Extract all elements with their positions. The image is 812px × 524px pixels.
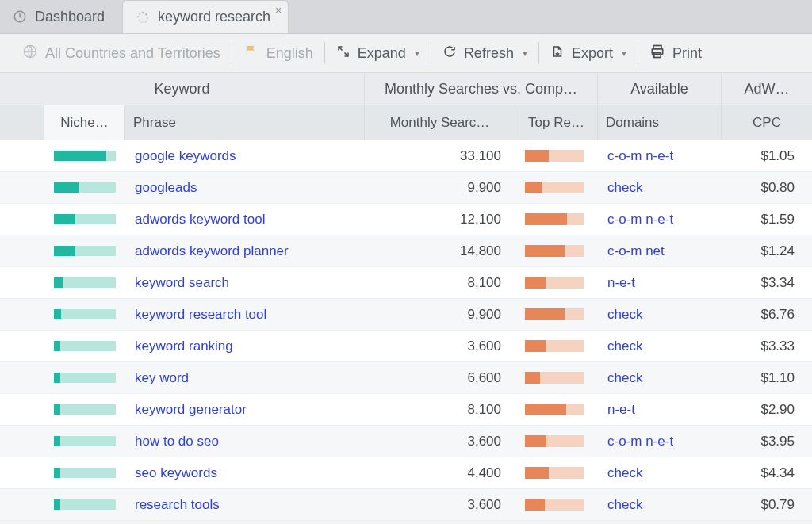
phrase-link[interactable]: seo keywords: [125, 457, 365, 488]
col-cpc[interactable]: CPC: [722, 105, 812, 140]
col-blank: [0, 105, 44, 140]
niche-bar-cell: [44, 331, 125, 361]
table-row[interactable]: keyword search8,100n-e-t$3.34: [0, 267, 812, 299]
table-row[interactable]: adwords keyword planner14,800c-o-m net$1…: [0, 235, 812, 267]
table-body: google keywords33,100c-o-m n-e-t$1.05goo…: [0, 140, 812, 521]
top-results-bar: [525, 372, 584, 384]
country-selector[interactable]: All Countries and Territories: [11, 34, 232, 72]
svg-point-7: [137, 15, 140, 17]
domains-link[interactable]: n-e-t: [598, 267, 722, 298]
niche-bar: [54, 468, 116, 478]
monthly-searches-value: 3,600: [365, 331, 515, 361]
export-icon: [550, 44, 565, 63]
cpc-value: $6.76: [722, 299, 812, 330]
tab-label: Dashboard: [35, 9, 105, 25]
print-button[interactable]: Print: [638, 34, 713, 72]
row-handle: [0, 457, 44, 488]
monthly-searches-value: 9,900: [365, 299, 515, 330]
column-header: Niche… Phrase Monthly Searc… Top Re… Dom…: [0, 105, 812, 140]
group-header-keyword[interactable]: Keyword: [0, 73, 365, 105]
table-row[interactable]: google keywords33,100c-o-m n-e-t$1.05: [0, 140, 812, 172]
cpc-value: $1.24: [722, 235, 812, 266]
table-row[interactable]: key word6,600check$1.10: [0, 362, 812, 394]
phrase-link[interactable]: adwords keyword tool: [125, 204, 365, 235]
domains-link[interactable]: c-o-m n-e-t: [598, 140, 722, 171]
top-results-bar-cell: [515, 394, 598, 425]
cpc-value: $1.05: [722, 140, 812, 171]
niche-bar-cell: [44, 267, 125, 298]
phrase-link[interactable]: key word: [125, 362, 365, 393]
refresh-button[interactable]: Refresh ▾: [431, 34, 538, 72]
top-results-bar-cell: [515, 331, 598, 361]
niche-bar: [54, 499, 116, 510]
top-results-bar-cell: [515, 489, 598, 520]
phrase-link[interactable]: google keywords: [125, 140, 365, 171]
svg-point-8: [139, 13, 141, 15]
refresh-label: Refresh: [464, 45, 514, 62]
domains-link[interactable]: check: [598, 362, 722, 393]
cpc-value: $2.90: [722, 394, 812, 425]
table-row[interactable]: seo keywords4,400check$4.34: [0, 457, 812, 489]
phrase-link[interactable]: keyword generator: [125, 394, 365, 425]
col-domains[interactable]: Domains: [598, 105, 722, 140]
phrase-link[interactable]: research tools: [125, 489, 365, 520]
domains-link[interactable]: c-o-m n-e-t: [598, 204, 722, 235]
domains-link[interactable]: c-o-m n-e-t: [598, 426, 722, 457]
table-row[interactable]: research tools3,600check$0.79: [0, 489, 812, 521]
row-handle: [0, 235, 44, 266]
tab-keyword-research[interactable]: keyword research ×: [122, 0, 289, 33]
phrase-link[interactable]: keyword search: [125, 267, 365, 298]
top-results-bar-cell: [515, 267, 598, 298]
domains-link[interactable]: check: [598, 331, 722, 361]
top-results-bar: [525, 499, 584, 511]
phrase-link[interactable]: keyword research tool: [125, 299, 365, 330]
col-top-results[interactable]: Top Re…: [515, 105, 598, 140]
monthly-searches-value: 9,900: [365, 172, 515, 203]
domains-link[interactable]: check: [598, 299, 722, 330]
domains-link[interactable]: check: [598, 172, 722, 203]
table-row[interactable]: keyword generator8,100n-e-t$2.90: [0, 394, 812, 426]
svg-point-5: [141, 21, 144, 23]
table-row[interactable]: googleads9,900check$0.80: [0, 172, 812, 204]
group-header-mscomp[interactable]: Monthly Searches vs. Comp…: [365, 73, 598, 105]
tab-strip: Dashboard keyword research ×: [0, 0, 812, 34]
globe-icon: [22, 44, 38, 63]
table-row[interactable]: how to do seo3,600c-o-m n-e-t$3.95: [0, 426, 812, 457]
niche-bar-cell: [44, 140, 125, 171]
expand-icon: [336, 44, 350, 63]
table-row[interactable]: keyword research tool9,900check$6.76: [0, 299, 812, 331]
chevron-down-icon: ▾: [523, 48, 527, 59]
country-label: All Countries and Territories: [45, 45, 220, 62]
domains-link[interactable]: n-e-t: [598, 394, 722, 425]
top-results-bar: [525, 277, 584, 289]
phrase-link[interactable]: adwords keyword planner: [125, 235, 365, 266]
domains-link[interactable]: check: [598, 457, 722, 488]
top-results-bar: [525, 340, 584, 352]
expand-button[interactable]: Expand ▾: [325, 34, 431, 72]
phrase-link[interactable]: googleads: [125, 172, 365, 203]
niche-bar: [54, 151, 116, 161]
domains-link[interactable]: check: [598, 489, 722, 520]
col-phrase[interactable]: Phrase: [125, 105, 365, 140]
group-header-adwords[interactable]: AdW…: [722, 73, 812, 105]
top-results-bar-cell: [515, 235, 598, 266]
row-handle: [0, 362, 44, 393]
table-row[interactable]: adwords keyword tool12,100c-o-m n-e-t$1.…: [0, 204, 812, 235]
close-icon[interactable]: ×: [275, 4, 282, 17]
table-row[interactable]: keyword ranking3,600check$3.33: [0, 331, 812, 362]
domains-link[interactable]: c-o-m net: [598, 235, 722, 266]
chevron-down-icon: ▾: [622, 48, 626, 59]
tab-dashboard[interactable]: Dashboard: [0, 0, 122, 33]
phrase-link[interactable]: how to do seo: [125, 426, 365, 457]
col-niche[interactable]: Niche…: [44, 105, 125, 140]
top-results-bar: [525, 404, 584, 415]
language-selector[interactable]: English: [232, 34, 324, 72]
flag-icon: [243, 44, 259, 63]
col-monthly-searches[interactable]: Monthly Searc…: [365, 105, 515, 140]
phrase-link[interactable]: keyword ranking: [125, 331, 365, 361]
export-button[interactable]: Export ▾: [539, 34, 638, 72]
top-results-bar-cell: [515, 204, 598, 235]
expand-label: Expand: [358, 45, 406, 62]
group-header-available[interactable]: Available: [598, 73, 722, 105]
cpc-value: $1.59: [722, 204, 812, 235]
